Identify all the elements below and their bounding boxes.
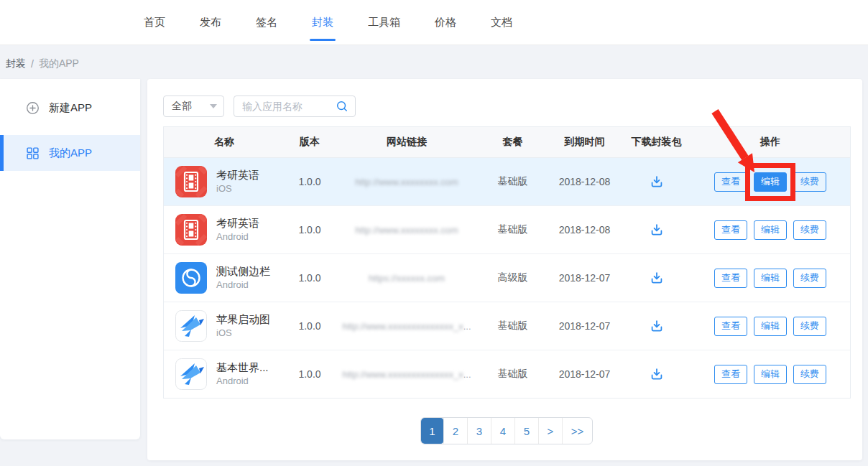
nav-item-7[interactable]: 文档 xyxy=(491,0,512,45)
app-platform: iOS xyxy=(216,327,270,340)
sidebar-item-label: 我的APP xyxy=(49,146,92,160)
app-expiry: 2018-12-07 xyxy=(547,368,622,380)
chevron-down-icon xyxy=(210,104,217,108)
page: 首页发布签名封装工具箱价格文档 封装 / 我的APP 新建APP 我的APP 全… xyxy=(0,0,868,466)
app-url-suffix: ... xyxy=(463,369,471,380)
download-icon[interactable] xyxy=(649,174,665,190)
edit-button[interactable]: 编辑 xyxy=(754,220,787,240)
app-version: 1.0.0 xyxy=(285,320,335,332)
sidebar-item-new-app[interactable]: 新建APP xyxy=(0,90,140,126)
app-name-cell: 考研英语 iOS xyxy=(164,166,285,197)
app-version: 1.0.0 xyxy=(285,176,335,187)
view-button[interactable]: 查看 xyxy=(714,365,747,384)
app-url-cell: http://www.xxxxxxxxxxxxxx_x... xyxy=(335,320,479,332)
view-button[interactable]: 查看 xyxy=(714,317,747,336)
top-navbar: 首页发布签名封装工具箱价格文档 xyxy=(0,0,868,45)
search-input[interactable] xyxy=(234,101,336,112)
download-cell xyxy=(622,318,691,334)
app-expiry: 2018-12-08 xyxy=(547,224,622,236)
filter-dropdown[interactable]: 全部 xyxy=(163,95,224,117)
page-button-5[interactable]: 5 xyxy=(514,418,538,444)
edit-button[interactable]: 编辑 xyxy=(754,172,787,192)
renew-button[interactable]: 续费 xyxy=(793,172,826,192)
grid-icon xyxy=(26,146,40,160)
app-name-cell: 考研英语 Android xyxy=(164,214,285,246)
actions-cell: 查看 编辑 续费 xyxy=(691,220,850,240)
app-url-cell: https://xxxxxx.com xyxy=(335,272,479,284)
column-header-name: 名称 xyxy=(164,136,285,149)
column-header-url: 网站链接 xyxy=(335,136,479,149)
download-cell xyxy=(622,366,691,382)
s-circle-app-icon xyxy=(175,262,207,294)
page-button-4[interactable]: 4 xyxy=(491,418,514,444)
download-icon[interactable] xyxy=(649,366,665,382)
app-name: 考研英语 xyxy=(216,168,259,182)
app-expiry: 2018-12-08 xyxy=(547,176,622,187)
page-button-3[interactable]: 3 xyxy=(467,418,491,444)
column-header-version: 版本 xyxy=(285,136,335,149)
app-plan: 基础版 xyxy=(479,368,547,381)
nav-item-4[interactable]: 封装 xyxy=(312,0,333,45)
nav-item-5[interactable]: 工具箱 xyxy=(368,0,400,45)
sidebar-item-my-apps[interactable]: 我的APP xyxy=(0,135,140,171)
view-button[interactable]: 查看 xyxy=(714,220,747,240)
app-platform: Android xyxy=(216,375,269,388)
renew-button[interactable]: 续费 xyxy=(793,317,826,336)
download-cell xyxy=(622,174,691,190)
film-app-icon xyxy=(175,166,207,197)
edit-button[interactable]: 编辑 xyxy=(754,365,787,384)
renew-button[interactable]: 续费 xyxy=(793,220,826,240)
actions-cell: 查看 编辑 续费 xyxy=(691,317,850,336)
next-page-button[interactable]: > xyxy=(538,418,562,444)
actions-cell: 查看 编辑 续费 xyxy=(691,269,850,288)
app-name: 考研英语 xyxy=(216,216,259,230)
table-row: 苹果启动图 iOS 1.0.0 http://www.xxxxxxxxxxxxx… xyxy=(164,302,850,350)
view-button[interactable]: 查看 xyxy=(714,172,747,192)
app-expiry: 2018-12-07 xyxy=(547,272,622,284)
app-platform: iOS xyxy=(216,182,259,195)
bird-app-icon xyxy=(175,310,207,342)
nav-item-1[interactable]: 首页 xyxy=(144,0,165,45)
app-version: 1.0.0 xyxy=(285,224,335,236)
app-url-suffix: ... xyxy=(463,321,471,332)
page-button-1[interactable]: 1 xyxy=(421,418,443,444)
app-platform: Android xyxy=(216,230,259,243)
app-url-masked: http://www.xxxxxxxx.com xyxy=(355,225,458,236)
pagination: 12345>>> xyxy=(420,417,593,444)
table-body: 考研英语 iOS 1.0.0 http://www.xxxxxxxx.com 基… xyxy=(164,158,850,398)
renew-button[interactable]: 续费 xyxy=(793,365,826,384)
app-url-cell: http://www.xxxxxxxx.com xyxy=(335,176,479,187)
filter-bar: 全部 xyxy=(163,95,356,117)
content-panel: 全部 名称 版本 网站链接 套餐 到期时间 下载封装包 操作 xyxy=(147,79,862,460)
app-platform: Android xyxy=(216,279,270,292)
view-button[interactable]: 查看 xyxy=(714,269,747,288)
actions-cell: 查看 编辑 续费 xyxy=(691,172,850,192)
nav-item-2[interactable]: 发布 xyxy=(200,0,221,45)
app-version: 1.0.0 xyxy=(285,368,335,380)
nav-item-6[interactable]: 价格 xyxy=(435,0,456,45)
nav-item-3[interactable]: 签名 xyxy=(256,0,277,45)
breadcrumb-section[interactable]: 封装 xyxy=(6,57,26,70)
table-header-row: 名称 版本 网站链接 套餐 到期时间 下载封装包 操作 xyxy=(164,127,850,158)
download-icon[interactable] xyxy=(649,270,665,286)
edit-button[interactable]: 编辑 xyxy=(754,269,787,288)
app-url-cell: http://www.xxxxxxxx.com xyxy=(335,224,479,236)
page-button-2[interactable]: 2 xyxy=(443,418,467,444)
actions-cell: 查看 编辑 续费 xyxy=(691,365,850,384)
app-name-cell: 苹果启动图 iOS xyxy=(164,310,285,342)
app-plan: 基础版 xyxy=(479,320,547,332)
last-page-button[interactable]: >> xyxy=(562,418,592,444)
search-icon[interactable] xyxy=(336,100,355,113)
download-icon[interactable] xyxy=(649,318,665,334)
download-icon[interactable] xyxy=(649,222,665,238)
download-cell xyxy=(622,222,691,238)
apps-table: 名称 版本 网站链接 套餐 到期时间 下载封装包 操作 考研英语 iOS 1.0… xyxy=(163,126,851,399)
table-row: 考研英语 Android 1.0.0 http://www.xxxxxxxx.c… xyxy=(164,206,850,254)
edit-button[interactable]: 编辑 xyxy=(754,317,787,336)
search-box xyxy=(234,95,356,117)
renew-button[interactable]: 续费 xyxy=(793,269,826,288)
app-url-masked: http://www.xxxxxxxxxxxxxx_x xyxy=(342,369,463,380)
column-header-actions: 操作 xyxy=(691,136,850,149)
bird-app-icon xyxy=(175,358,207,390)
app-name: 基本世界... xyxy=(216,360,269,375)
